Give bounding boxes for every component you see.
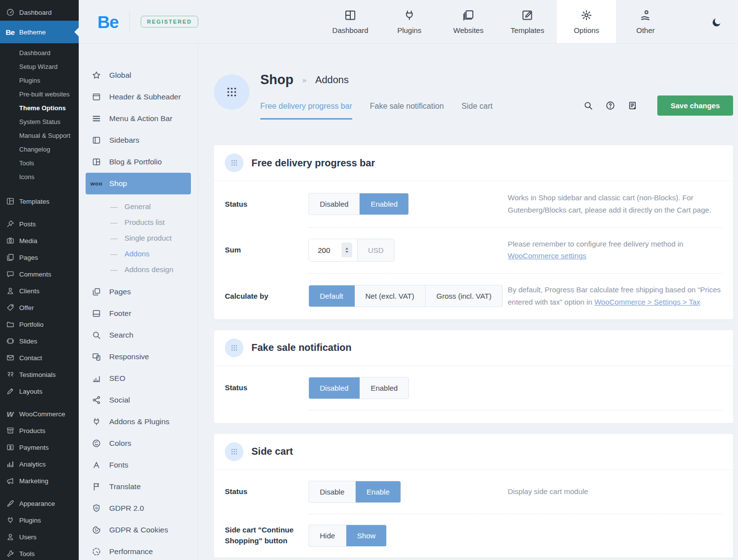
- wp-menu-offer[interactable]: Offer: [0, 299, 79, 316]
- wp-menu-appearance[interactable]: Appearance: [0, 495, 79, 512]
- topnav-options[interactable]: Options: [557, 0, 616, 43]
- wp-menu-analytics[interactable]: Analytics: [0, 456, 79, 472]
- option-disabled[interactable]: Disabled: [309, 377, 360, 399]
- setting-control: DefaultNet (excl. VAT)Gross (incl. VAT): [308, 285, 508, 307]
- wp-submenu-changelog[interactable]: Changelog: [0, 142, 79, 156]
- topnav-other[interactable]: Other: [616, 0, 675, 43]
- stepper-icon[interactable]: [341, 243, 352, 257]
- template-edit-icon: [521, 9, 534, 22]
- theme-menu-pages[interactable]: Pages: [86, 281, 191, 303]
- save-changes-button[interactable]: Save changes: [657, 95, 733, 116]
- theme-menu-menu-action-bar[interactable]: Menu & Action Bar: [86, 108, 191, 129]
- tab-free-delivery-progress-bar[interactable]: Free delivery progress bar: [260, 102, 352, 120]
- search-icon[interactable]: [583, 100, 593, 111]
- theme-menu-addons-plugins[interactable]: Addons & Plugins: [86, 411, 191, 433]
- wp-submenu-setup-wizard[interactable]: Setup Wizard: [0, 60, 79, 73]
- description-link[interactable]: WooCommerce settings: [508, 251, 586, 260]
- option-enabled[interactable]: Enabled: [360, 193, 408, 215]
- wp-menu-products[interactable]: Products: [0, 422, 79, 439]
- option-show[interactable]: Show: [346, 525, 387, 546]
- wp-menu-pages[interactable]: Pages: [0, 249, 79, 266]
- option-net-excl-vat[interactable]: Net (excl. VAT): [355, 285, 426, 307]
- wp-submenu-tools[interactable]: Tools: [0, 156, 79, 170]
- option-disable[interactable]: Disable: [309, 481, 356, 502]
- wp-submenu-plugins[interactable]: Plugins: [0, 73, 79, 87]
- dashboard-grid-icon: [344, 9, 357, 22]
- theme-submenu-general[interactable]: —General: [79, 198, 198, 214]
- action-icons: [583, 100, 638, 111]
- wp-menu-marketing[interactable]: Marketing: [0, 472, 79, 489]
- help-icon[interactable]: [605, 100, 615, 111]
- wp-submenu-system-status[interactable]: System Status: [0, 115, 79, 128]
- theme-menu-translate[interactable]: Translate: [86, 476, 191, 498]
- theme-menu-fonts[interactable]: Fonts: [86, 454, 191, 476]
- stepper-down-icon[interactable]: [345, 251, 348, 253]
- stepper-up-icon[interactable]: [345, 248, 348, 249]
- theme-submenu-addons-design[interactable]: —Addons design: [79, 261, 198, 277]
- theme-menu-header-subheader[interactable]: Header & Subheader: [86, 86, 191, 108]
- option-enable[interactable]: Enable: [356, 481, 400, 502]
- wp-menu-label: Testimonials: [19, 371, 56, 378]
- theme-menu-responsive[interactable]: Responsive: [86, 346, 191, 368]
- topnav-websites[interactable]: Websites: [439, 0, 498, 43]
- wp-submenu-manual-support[interactable]: Manual & Support: [0, 128, 79, 142]
- settings-row-status: StatusDisableEnableDisplay side cart mod…: [214, 470, 733, 514]
- theme-menu-social[interactable]: Social: [86, 389, 191, 411]
- topnav-plugins[interactable]: Plugins: [380, 0, 439, 43]
- wp-menu-users[interactable]: Users: [0, 529, 79, 545]
- theme-menu-blog-portfolio[interactable]: Blog & Portfolio: [86, 151, 191, 173]
- wp-menu-clients[interactable]: Clients: [0, 282, 79, 299]
- wp-menu-contact[interactable]: Contact: [0, 349, 79, 366]
- wp-submenu-pre-built-websites[interactable]: Pre-built websites: [0, 87, 79, 101]
- theme-submenu-products-list[interactable]: —Products list: [79, 214, 198, 230]
- brand-area: Be REGISTERED: [97, 10, 198, 33]
- theme-menu-seo[interactable]: SEO: [86, 368, 191, 389]
- topbar-nav: DashboardPluginsWebsitesTemplatesOptions…: [321, 0, 675, 43]
- moon-icon[interactable]: [711, 17, 722, 30]
- option-hide[interactable]: Hide: [309, 525, 346, 546]
- notes-icon[interactable]: [627, 100, 638, 111]
- option-default[interactable]: Default: [309, 285, 355, 307]
- topnav-templates[interactable]: Templates: [498, 0, 557, 43]
- dash-icon: —: [110, 249, 118, 258]
- description-link[interactable]: WooCommerce > Settings > Tax: [594, 298, 700, 306]
- tab-fake-sale-notification[interactable]: Fake sale notification: [370, 102, 444, 120]
- wp-menu-layouts[interactable]: Layouts: [0, 383, 79, 400]
- theme-menu-performance[interactable]: Performance: [86, 541, 191, 560]
- setting-label: Calculate by: [225, 291, 308, 302]
- wp-menu-slides[interactable]: Slides: [0, 333, 79, 349]
- wp-menu-comments[interactable]: Comments: [0, 266, 79, 282]
- tab-side-cart[interactable]: Side cart: [461, 102, 492, 120]
- wp-menu-dashboard[interactable]: Dashboard: [0, 4, 79, 21]
- theme-menu-global[interactable]: Global: [86, 64, 191, 86]
- wp-submenu-theme-options[interactable]: Theme Options: [0, 101, 79, 115]
- wp-menu-betheme[interactable]: BeBetheme: [0, 21, 79, 43]
- wp-menu-testimonials[interactable]: Testimonials: [0, 366, 79, 383]
- theme-submenu-single-product[interactable]: —Single product: [79, 230, 198, 246]
- topnav-dashboard[interactable]: Dashboard: [321, 0, 380, 43]
- wp-menu-plugins[interactable]: Plugins: [0, 512, 79, 529]
- theme-menu-label: Global: [109, 71, 131, 80]
- theme-menu-search[interactable]: Search: [86, 324, 191, 346]
- wp-menu-templates[interactable]: Templates: [0, 193, 79, 210]
- wp-submenu-icons[interactable]: Icons: [0, 170, 79, 184]
- wp-menu-label: Posts: [19, 220, 36, 228]
- theme-menu-shop[interactable]: wooShop: [86, 173, 191, 194]
- theme-submenu-addons[interactable]: —Addons: [79, 246, 198, 261]
- wp-menu-portfolio[interactable]: Portfolio: [0, 316, 79, 333]
- theme-menu-gdpr-2-0[interactable]: GGDPR 2.0: [86, 498, 191, 519]
- option-gross-incl-vat[interactable]: Gross (incl. VAT): [426, 285, 502, 307]
- wp-submenu-dashboard[interactable]: Dashboard: [0, 46, 79, 60]
- wp-menu-media[interactable]: Media: [0, 232, 79, 249]
- theme-menu-sidebars[interactable]: Sidebars: [86, 129, 191, 151]
- wp-menu-tools[interactable]: Tools: [0, 545, 79, 560]
- theme-menu-gdpr-cookies[interactable]: GDPR & Cookies: [86, 519, 191, 541]
- wp-menu-payments[interactable]: Payments: [0, 439, 79, 456]
- wp-menu-woocommerce[interactable]: WWooCommerce: [0, 405, 79, 422]
- sum-input[interactable]: 200: [309, 239, 357, 261]
- option-disabled[interactable]: Disabled: [309, 193, 360, 215]
- wp-menu-posts[interactable]: Posts: [0, 216, 79, 232]
- theme-menu-footer[interactable]: Footer: [86, 303, 191, 324]
- theme-menu-colors[interactable]: Colors: [86, 433, 191, 454]
- option-enabled[interactable]: Enabled: [360, 377, 408, 399]
